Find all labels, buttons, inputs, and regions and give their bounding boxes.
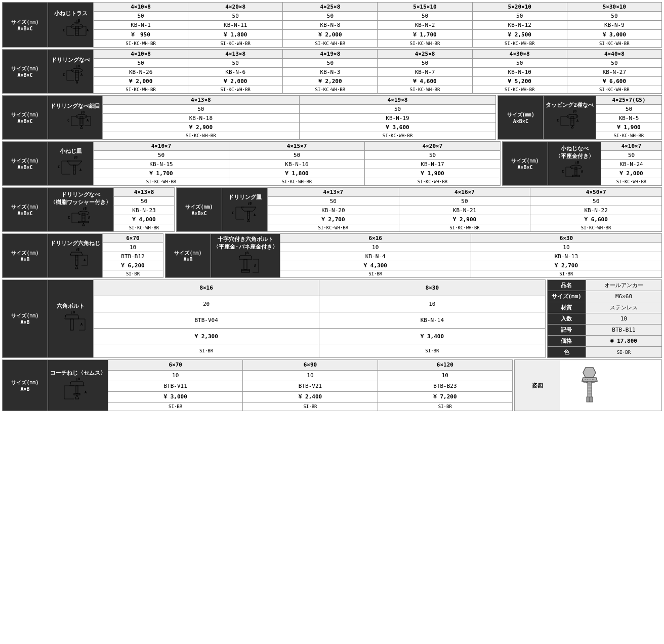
s2-col2-color: SI·KC·WH·BR — [188, 86, 283, 94]
svg-marker-62 — [571, 126, 573, 128]
s6b-col2-qty: 10 — [471, 243, 661, 252]
s8b-figure — [560, 360, 662, 411]
svg-text:A: A — [88, 216, 91, 220]
s5a-col1-color: SI·KC·WH·BR — [114, 224, 175, 232]
s3b-col1-price: ¥ 1,900 — [596, 123, 662, 132]
s6a-type-img: ドリリング六角ねじ B A — [48, 234, 103, 278]
s1-col5-qty: 50 — [472, 12, 567, 21]
svg-text:A: A — [85, 390, 87, 394]
s7a-col1-size: 8×16 — [94, 280, 319, 296]
svg-text:B: B — [78, 19, 80, 23]
s4a-col2-code: KB-N-16 — [229, 160, 365, 169]
svg-text:C: C — [63, 28, 65, 32]
svg-rect-21 — [75, 70, 78, 80]
s3a-col1-color: SI·KC·WH·BR — [103, 132, 300, 140]
s2-col6-qty: 50 — [567, 59, 661, 68]
svg-marker-27 — [76, 80, 78, 83]
svg-text:A: A — [254, 264, 257, 268]
s7a-type-img: 六角ボルト B A — [48, 280, 94, 358]
s4a-col1-price: ¥ 1,700 — [94, 169, 229, 178]
s3b-type-img: タッピング2種なべ B 5 C A — [544, 96, 596, 140]
s8a-header: サイズ(mm)A×B — [3, 360, 48, 411]
s4a-col1-code: KB-N-15 — [94, 160, 229, 169]
s5a-header: サイズ(mm)A×B×C — [3, 188, 48, 232]
s7b-val-code: BTB-B11 — [586, 325, 662, 336]
section-4-row: サイズ(mm)A×B×C 小ねじ皿 B C A — [2, 141, 662, 186]
svg-text:A: A — [87, 118, 89, 123]
s1-col3-price: ¥ 2,000 — [283, 30, 378, 40]
s3b-header: サイズ(mm)A×B×C — [498, 96, 544, 140]
s6b-type-img: 十字穴付き六角ボルト〈平座金·バネ座金付き〉 B A — [211, 234, 280, 278]
s8a-col3-price: ¥ 7,200 — [378, 391, 512, 402]
s5b-col1-code: KB-N-20 — [268, 206, 399, 215]
s2-col1-size: 4×10×8 — [94, 50, 188, 59]
svg-rect-138 — [244, 259, 247, 269]
s2-col5-code: KB-N-10 — [472, 68, 567, 77]
s1-col1-qty: 50 — [94, 12, 188, 21]
s8a-col2-size: 6×90 — [243, 360, 378, 371]
section-3a-table: サイズ(mm)A×B×C ドリリングなべ細目 B — [2, 95, 496, 140]
s5b-col3-qty: 50 — [530, 197, 662, 206]
s6b-col2-price: ¥ 2,700 — [471, 261, 661, 270]
s2-col6-color: SI·KC·WH·BR — [567, 86, 661, 94]
svg-rect-57 — [571, 116, 574, 126]
s1-col4-code: KB-N-2 — [378, 21, 472, 30]
s7b-label-hinmei: 品名 — [547, 280, 586, 291]
s5b-col3-size: 4×50×7 — [530, 188, 662, 197]
svg-marker-155 — [70, 382, 84, 386]
section-8a-table: サイズ(mm)A×B コーチねじ〈セムス〉 B A 6×70 6×90 — [2, 359, 513, 411]
s5a-col1-price: ¥ 4,000 — [114, 215, 175, 224]
s7a-col1-qty: 20 — [94, 296, 319, 312]
section-4a-table: サイズ(mm)A×B×C 小ねじ皿 B C A — [2, 141, 501, 186]
s5b-col2-price: ¥ 2,900 — [399, 215, 530, 224]
s2-col1-price: ¥ 2,000 — [94, 77, 188, 86]
s2-col2-price: ¥ 2,000 — [188, 77, 283, 86]
svg-text:C: C — [58, 165, 60, 169]
s5b-col1-price: ¥ 2,700 — [268, 215, 399, 224]
svg-text:A: A — [80, 73, 83, 77]
svg-text:B: B — [78, 64, 80, 68]
s5b-col1-size: 4×13×7 — [268, 188, 399, 197]
s4b-header: サイズ(mm)A×B×C — [503, 142, 548, 186]
s5b-header: サイズ(mm)A×B×C — [177, 188, 222, 232]
s4a-header: サイズ(mm)A×B×C — [3, 142, 48, 186]
section-5-row: サイズ(mm)A×B×C ドリリングなべ〈樹脂ワッシャー付き〉 B — [2, 187, 662, 232]
s1-col3-size: 4×25×8 — [283, 3, 378, 12]
s4b-col1-color: SI·KC·WH·BR — [601, 178, 662, 186]
s4a-col3-price: ¥ 1,900 — [365, 169, 501, 178]
s4a-col1-qty: 50 — [94, 151, 229, 160]
s7a-col2-color: SI·BR — [319, 344, 545, 358]
s5a-type-img: ドリリングなべ〈樹脂ワッシャー付き〉 B C A — [48, 188, 114, 232]
s1-header: サイズ(mm)A×B×C — [3, 3, 48, 48]
s6a-col1-price: ¥ 6,200 — [103, 261, 163, 270]
s4b-col1-size: 4×10×7 — [601, 142, 662, 151]
section-2-table: サイズ(mm)A×B×C ドリリングなべ B C — [2, 49, 662, 94]
s4a-col1-size: 4×10×7 — [94, 142, 229, 151]
s1-col5-size: 5×20×10 — [472, 3, 567, 12]
svg-text:C: C — [68, 216, 70, 220]
s5b-col3-color: SI·KC·WH·BR — [530, 224, 662, 232]
svg-text:A: A — [576, 119, 579, 123]
s6b-col2-color: SI·BR — [471, 270, 661, 278]
s1-col6-color: SI·KC·WH·BR — [567, 40, 661, 48]
section-5b-table: サイズ(mm)A×B×C ドリリング皿 B C A — [176, 187, 662, 232]
s2-col5-color: SI·KC·WH·BR — [472, 86, 567, 94]
svg-rect-156 — [76, 386, 78, 393]
s8a-col2-price: ¥ 2,400 — [243, 391, 378, 402]
s1-col2-qty: 50 — [188, 12, 283, 21]
s2-col4-price: ¥ 4,600 — [378, 77, 472, 86]
svg-rect-4 — [75, 26, 78, 35]
s7a-col2-code: KB-N-14 — [319, 312, 545, 328]
s2-col1-qty: 50 — [94, 59, 188, 68]
s1-type-img: 小ねじトラス B C — [48, 3, 94, 48]
s5a-col1-size: 4×13×8 — [114, 188, 175, 197]
s5b-col2-qty: 50 — [399, 197, 530, 206]
s4a-col3-color: SI·KC·WH·BR — [365, 178, 501, 186]
s3b-col1-code: KB-N-5 — [596, 114, 662, 123]
section-6b-table: サイズ(mm)A×B 十字穴付き六角ボルト〈平座金·バネ座金付き〉 B A 6×… — [165, 233, 662, 278]
s7b-val-price: ¥ 17,800 — [586, 336, 662, 347]
s3a-type-img: ドリリングなべ細目 B C — [48, 96, 103, 140]
s2-col3-size: 4×19×8 — [283, 50, 378, 59]
section-5a-table: サイズ(mm)A×B×C ドリリングなべ〈樹脂ワッシャー付き〉 B — [2, 187, 175, 232]
s1-col5-price: ¥ 2,500 — [472, 30, 567, 40]
